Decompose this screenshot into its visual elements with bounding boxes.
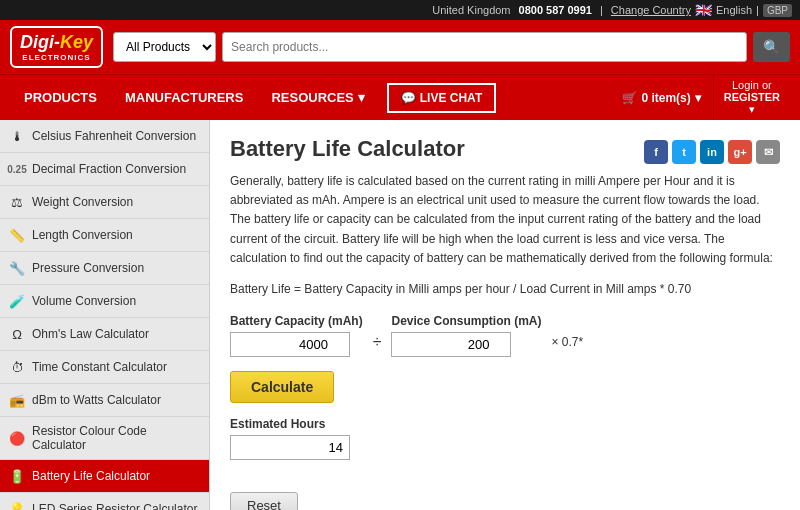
googleplus-share-button[interactable]: g+: [728, 140, 752, 164]
input-row: Battery Capacity (mAh) ÷ Device Consumpt…: [230, 314, 780, 357]
formula-text: Battery Life = Battery Capacity in Milli…: [230, 282, 780, 296]
battery-capacity-label: Battery Capacity (mAh): [230, 314, 363, 328]
device-consumption-input[interactable]: [391, 332, 511, 357]
page-description: Generally, battery life is calculated ba…: [230, 172, 780, 268]
linkedin-share-button[interactable]: in: [700, 140, 724, 164]
volume-icon: 🧪: [8, 292, 26, 310]
battery-capacity-input[interactable]: [230, 332, 350, 357]
estimated-hours-group: Estimated Hours: [230, 417, 780, 476]
divide-operator: ÷: [373, 333, 382, 357]
facebook-share-button[interactable]: f: [644, 140, 668, 164]
estimated-hours-input[interactable]: [230, 435, 350, 460]
device-consumption-label: Device Consumption (mA): [391, 314, 541, 328]
length-icon: 📏: [8, 226, 26, 244]
cart-chevron-icon: ▾: [695, 91, 701, 105]
login-register-area[interactable]: Login or REGISTER ▾: [713, 75, 790, 120]
language-label: English: [716, 4, 752, 16]
cart-icon-area[interactable]: 🛒 0 item(s) ▾: [610, 83, 712, 113]
logo-key: Key: [60, 32, 93, 53]
battery-capacity-group: Battery Capacity (mAh): [230, 314, 363, 357]
nav-resources[interactable]: RESOURCES ▾: [257, 80, 378, 115]
search-button[interactable]: 🔍: [753, 32, 790, 62]
battery-icon: 🔋: [8, 467, 26, 485]
celsius-icon: 🌡: [8, 127, 26, 145]
header: Digi- Key ELECTRONICS All Products 🔍: [0, 20, 800, 74]
search-bar: All Products 🔍: [113, 32, 790, 62]
sidebar-item-weight[interactable]: ⚖ Weight Conversion: [0, 186, 209, 219]
nav-products[interactable]: PRODUCTS: [10, 80, 111, 115]
ohms-icon: Ω: [8, 325, 26, 343]
estimated-hours-label: Estimated Hours: [230, 417, 780, 431]
social-share-icons: f t in g+ ✉: [644, 140, 780, 164]
sidebar-item-dbm[interactable]: 📻 dBm to Watts Calculator: [0, 384, 209, 417]
sidebar-item-ohms[interactable]: Ω Ohm's Law Calculator: [0, 318, 209, 351]
logo-digi: Digi-: [20, 32, 60, 53]
multiplier-text: × 0.7*: [552, 335, 584, 357]
phone-number: 0800 587 0991: [519, 4, 592, 16]
sidebar: 🌡 Celsius Fahrenheit Conversion 0.25 Dec…: [0, 120, 210, 510]
pressure-icon: 🔧: [8, 259, 26, 277]
sidebar-item-led[interactable]: 💡 LED Series Resistor Calculator: [0, 493, 209, 510]
calculate-button[interactable]: Calculate: [230, 371, 334, 403]
nav-bar: PRODUCTS MANUFACTURERS RESOURCES ▾ 💬 LIV…: [0, 74, 800, 120]
sidebar-item-time-constant[interactable]: ⏱ Time Constant Calculator: [0, 351, 209, 384]
email-share-button[interactable]: ✉: [756, 140, 780, 164]
logo[interactable]: Digi- Key ELECTRONICS: [10, 26, 103, 68]
led-icon: 💡: [8, 500, 26, 510]
flag-icon: 🇬🇧: [695, 2, 712, 18]
twitter-share-button[interactable]: t: [672, 140, 696, 164]
resources-chevron-icon: ▾: [358, 90, 365, 105]
device-consumption-group: Device Consumption (mA): [391, 314, 541, 357]
live-chat-button[interactable]: 💬 LIVE CHAT: [387, 83, 496, 113]
country-label: United Kingdom: [432, 4, 510, 16]
sidebar-item-length[interactable]: 📏 Length Conversion: [0, 219, 209, 252]
time-icon: ⏱: [8, 358, 26, 376]
currency-badge: GBP: [763, 4, 792, 17]
resistor-icon: 🔴: [8, 429, 26, 447]
sidebar-item-battery[interactable]: 🔋 Battery Life Calculator: [0, 460, 209, 493]
sidebar-item-resistor[interactable]: 🔴 Resistor Colour Code Calculator: [0, 417, 209, 460]
register-chevron-icon: ▾: [749, 103, 755, 116]
search-category-select[interactable]: All Products: [113, 32, 216, 62]
reset-button[interactable]: Reset: [230, 492, 298, 510]
sidebar-item-pressure[interactable]: 🔧 Pressure Conversion: [0, 252, 209, 285]
cart-icon: 🛒: [622, 91, 637, 105]
change-country-link[interactable]: Change Country: [611, 4, 691, 16]
search-input[interactable]: [222, 32, 747, 62]
sidebar-item-celsius[interactable]: 🌡 Celsius Fahrenheit Conversion: [0, 120, 209, 153]
content-area: 🌡 Celsius Fahrenheit Conversion 0.25 Dec…: [0, 120, 800, 510]
main-content: f t in g+ ✉ Battery Life Calculator Gene…: [210, 120, 800, 510]
calculator-form: Battery Capacity (mAh) ÷ Device Consumpt…: [230, 314, 780, 476]
sidebar-item-volume[interactable]: 🧪 Volume Conversion: [0, 285, 209, 318]
decimal-icon: 0.25: [8, 160, 26, 178]
chat-icon: 💬: [401, 91, 416, 105]
change-country-container: Change Country 🇬🇧 English | GBP: [611, 2, 792, 18]
top-bar: United Kingdom 0800 587 0991 | Change Co…: [0, 0, 800, 20]
weight-icon: ⚖: [8, 193, 26, 211]
nav-manufacturers[interactable]: MANUFACTURERS: [111, 80, 257, 115]
dbm-icon: 📻: [8, 391, 26, 409]
sidebar-item-decimal[interactable]: 0.25 Decimal Fraction Conversion: [0, 153, 209, 186]
logo-sub: ELECTRONICS: [22, 53, 90, 62]
